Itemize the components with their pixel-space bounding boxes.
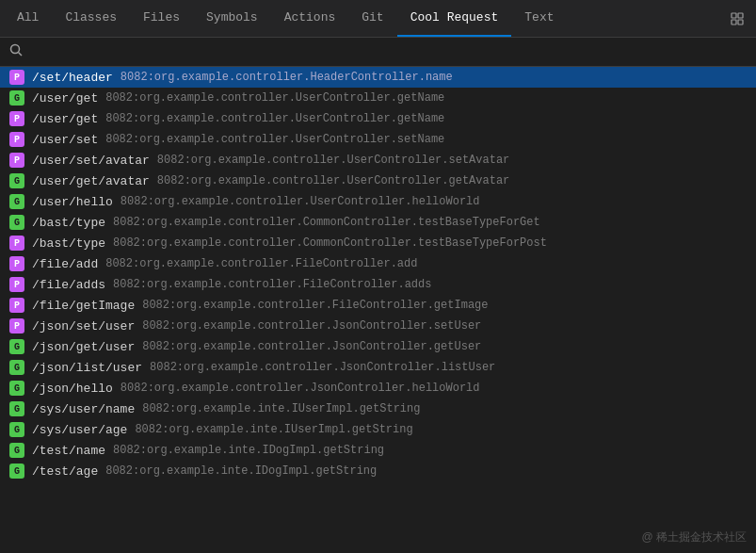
- item-detail: 8082:org.example.controller.UserControll…: [157, 154, 509, 167]
- item-detail: 8082:org.example.controller.FileControll…: [113, 278, 431, 291]
- method-badge: G: [9, 173, 24, 188]
- item-detail: 8082:org.example.controller.CommonContro…: [113, 236, 547, 250]
- item-detail: 8082:org.example.controller.CommonContro…: [113, 216, 540, 229]
- method-badge: G: [9, 215, 24, 230]
- list-item[interactable]: G/bast/type8082:org.example.controller.C…: [0, 212, 756, 233]
- method-badge: P: [9, 70, 24, 85]
- tab-text[interactable]: Text: [511, 0, 567, 37]
- method-badge: P: [9, 111, 24, 126]
- item-path: /user/set/avatar: [32, 154, 150, 168]
- list-item[interactable]: G/json/list/user8082:org.example.control…: [0, 357, 756, 378]
- list-item[interactable]: P/user/set8082:org.example.controller.Us…: [0, 129, 756, 150]
- item-path: /test/age: [32, 464, 98, 479]
- item-path: /user/hello: [32, 195, 113, 209]
- method-badge: G: [9, 194, 24, 209]
- svg-point-4: [11, 45, 20, 54]
- items-list: P/set/header8082:org.example.controller.…: [0, 67, 756, 526]
- item-path: /json/hello: [32, 382, 113, 396]
- item-path: /file/adds: [32, 278, 105, 292]
- method-badge: G: [9, 339, 24, 354]
- item-detail: 8082:org.example.controller.JsonControll…: [150, 361, 495, 374]
- item-detail: 8082:org.example.controller.HeaderContro…: [121, 71, 453, 84]
- method-badge: P: [9, 298, 24, 313]
- svg-line-5: [19, 53, 23, 57]
- item-path: /bast/type: [32, 236, 105, 251]
- method-badge: G: [9, 90, 24, 106]
- item-path: /json/get/user: [32, 340, 135, 354]
- method-badge: P: [9, 236, 24, 251]
- method-badge: P: [9, 318, 24, 333]
- item-path: /file/getImage: [32, 299, 135, 313]
- list-item[interactable]: G/test/name8082:org.example.inte.IDogImp…: [0, 440, 756, 461]
- search-bar: [0, 38, 756, 67]
- list-item[interactable]: G/user/get8082:org.example.controller.Us…: [0, 88, 756, 108]
- item-detail: 8082:org.example.controller.JsonControll…: [142, 340, 481, 353]
- expand-icon[interactable]: [722, 0, 752, 37]
- list-item[interactable]: G/sys/user/name8082:org.example.inte.IUs…: [0, 398, 756, 419]
- list-item[interactable]: G/json/hello8082:org.example.controller.…: [0, 378, 756, 398]
- item-path: /user/set: [32, 133, 98, 147]
- item-path: /user/get: [32, 112, 98, 126]
- tab-actions[interactable]: Actions: [271, 0, 349, 37]
- item-detail: 8082:org.example.controller.UserControll…: [121, 195, 480, 208]
- list-item[interactable]: G/sys/user/age8082:org.example.inte.IUse…: [0, 419, 756, 440]
- list-item[interactable]: P/user/get8082:org.example.controller.Us…: [0, 108, 756, 129]
- item-detail: 8082:org.example.controller.UserControll…: [105, 91, 444, 105]
- tab-all[interactable]: All: [4, 0, 52, 37]
- method-badge: P: [9, 153, 24, 168]
- search-input[interactable]: [28, 45, 747, 59]
- item-path: /test/name: [32, 444, 105, 458]
- item-path: /bast/type: [32, 216, 105, 230]
- item-detail: 8082:org.example.controller.FileControll…: [142, 299, 488, 312]
- item-path: /user/get/avatar: [32, 174, 150, 188]
- item-path: /user/get: [32, 91, 98, 106]
- item-path: /json/list/user: [32, 361, 142, 375]
- item-detail: 8082:org.example.inte.IDogImpl.getString: [113, 444, 384, 457]
- item-detail: 8082:org.example.controller.UserControll…: [157, 174, 509, 187]
- tab-symbols[interactable]: Symbols: [193, 0, 271, 37]
- list-item[interactable]: P/file/adds8082:org.example.controller.F…: [0, 274, 756, 295]
- tab-classes[interactable]: Classes: [52, 0, 130, 37]
- list-item[interactable]: P/user/set/avatar8082:org.example.contro…: [0, 150, 756, 171]
- item-detail: 8082:org.example.controller.JsonControll…: [121, 382, 480, 395]
- item-detail: 8082:org.example.inte.IDogImpl.getString: [105, 464, 377, 478]
- item-path: /sys/user/name: [32, 402, 135, 416]
- svg-rect-3: [738, 20, 743, 24]
- tab-cool-request[interactable]: Cool Request: [397, 0, 512, 37]
- item-detail: 8082:org.example.controller.UserControll…: [105, 112, 444, 125]
- method-badge: G: [9, 401, 24, 416]
- method-badge: G: [9, 464, 24, 479]
- list-item[interactable]: P/file/getImage8082:org.example.controll…: [0, 295, 756, 316]
- item-path: /file/add: [32, 257, 98, 271]
- item-path: /set/header: [32, 71, 113, 85]
- list-item[interactable]: G/user/get/avatar8082:org.example.contro…: [0, 171, 756, 191]
- list-item[interactable]: P/bast/type8082:org.example.controller.C…: [0, 233, 756, 253]
- item-path: /sys/user/age: [32, 423, 127, 437]
- item-detail: 8082:org.example.controller.UserControll…: [105, 133, 444, 146]
- method-badge: G: [9, 381, 24, 396]
- list-item[interactable]: G/json/get/user8082:org.example.controll…: [0, 336, 756, 357]
- item-detail: 8082:org.example.controller.JsonControll…: [142, 319, 481, 333]
- list-item[interactable]: P/file/add8082:org.example.controller.Fi…: [0, 253, 756, 274]
- method-badge: G: [9, 443, 24, 458]
- item-detail: 8082:org.example.controller.FileControll…: [105, 257, 417, 270]
- watermark: @ 稀土掘金技术社区: [641, 529, 747, 545]
- method-badge: G: [9, 360, 24, 375]
- item-detail: 8082:org.example.inte.IUserImpl.getStrin…: [135, 423, 412, 436]
- list-item[interactable]: P/set/header8082:org.example.controller.…: [0, 67, 756, 88]
- method-badge: P: [9, 132, 24, 147]
- list-item[interactable]: P/json/set/user8082:org.example.controll…: [0, 316, 756, 336]
- list-item[interactable]: G/test/age8082:org.example.inte.IDogImpl…: [0, 461, 756, 481]
- tab-files[interactable]: Files: [130, 0, 193, 37]
- item-detail: 8082:org.example.inte.IUserImpl.getStrin…: [142, 402, 420, 415]
- tab-git[interactable]: Git: [348, 0, 396, 37]
- search-icon: [9, 43, 23, 60]
- svg-rect-1: [738, 13, 743, 18]
- svg-rect-0: [732, 13, 736, 18]
- item-path: /json/set/user: [32, 319, 135, 333]
- list-item[interactable]: G/user/hello8082:org.example.controller.…: [0, 191, 756, 212]
- method-badge: P: [9, 256, 24, 271]
- method-badge: P: [9, 277, 24, 292]
- method-badge: G: [9, 422, 24, 437]
- tab-bar: AllClassesFilesSymbolsActionsGitCool Req…: [0, 0, 756, 38]
